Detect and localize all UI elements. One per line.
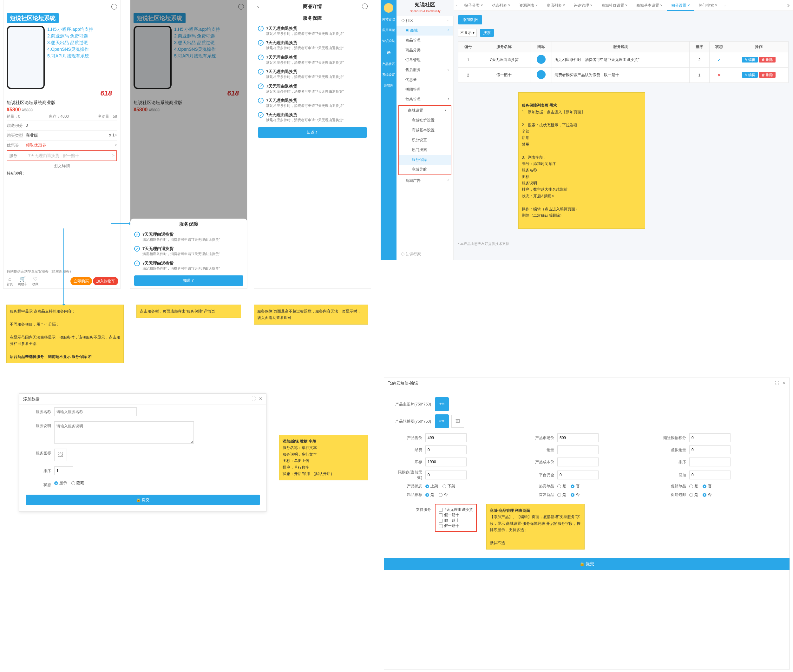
arrow-icon: [64, 229, 64, 305]
sidebar-secondary: ◇ 社区‹ ▣ 商城‹ 商品管理 商品分类 订单管理 售后服务‹ 优惠券 拼团管…: [396, 16, 454, 260]
nav-fav[interactable]: ♡收藏: [29, 276, 42, 286]
nav-cart[interactable]: 🛒购物车: [16, 276, 29, 286]
status-show-radio[interactable]: 显示: [54, 480, 67, 486]
maximize-icon[interactable]: ⛶: [775, 381, 779, 386]
close-all-icon[interactable]: ⊗: [783, 3, 793, 8]
virtual-sold-input[interactable]: [689, 445, 731, 454]
share-icon[interactable]: [362, 3, 368, 9]
service-icon: [537, 55, 545, 64]
market-price-input[interactable]: [557, 434, 598, 442]
add-cart-button[interactable]: 加入购物车: [93, 277, 118, 285]
x-icon: ✕: [718, 73, 721, 77]
admin-panel: 网站管理 应用商城 知识论坛 ⊕ 产品社区 系统设置 云管理 短说社区OpenS…: [381, 0, 793, 260]
know-button[interactable]: 知道了: [258, 127, 367, 138]
chevron-right-icon[interactable]: ›: [722, 3, 728, 8]
sort-input[interactable]: [689, 458, 731, 466]
support-checkbox[interactable]: [439, 508, 443, 512]
nav-mall-settings[interactable]: 商城设置‹: [399, 106, 451, 115]
status-hide-radio[interactable]: 隐藏: [71, 480, 84, 486]
banner-title: 短说社区论坛系统: [6, 13, 59, 23]
submit-button[interactable]: 🔒 提交: [384, 558, 790, 570]
header-tabs: ‹ 帖子分类 × 动态列表 × 资源列表 × 资讯列表 × 评论管理 × 商城社…: [454, 0, 793, 11]
status-filter[interactable]: 不显示 ▾: [458, 29, 477, 37]
phone-mockup: [6, 26, 45, 89]
nav-service-guarantee[interactable]: 服务保障: [399, 155, 451, 165]
sold-input[interactable]: [557, 445, 598, 454]
maximize-icon[interactable]: ⛶: [251, 396, 256, 402]
know-button[interactable]: 知道了: [134, 275, 243, 286]
nav-community[interactable]: ◇ 社区‹: [396, 16, 453, 26]
nav-mall[interactable]: ▣ 商城‹: [396, 26, 453, 35]
tab-detail[interactable]: 图文详情: [6, 163, 117, 169]
sheet-title: 服务保障: [130, 219, 247, 230]
row-type[interactable]: 购买类型商业版x 1>: [6, 131, 117, 141]
delete-button[interactable]: 🗑 删除: [759, 72, 775, 78]
note-editor: 商城-商品管理 列表页面 【添加产品】、【编辑】页面，底部新增"支持服务"字段，…: [486, 504, 585, 550]
table-row: 2 假一赔十 消费者购买该产品认为假货，以一赔十 1 ✕ ✎ 编辑 🗑 删除: [458, 67, 788, 83]
row-coupon[interactable]: 优惠券领取优惠券>: [6, 141, 117, 150]
edit-button[interactable]: ✎ 编辑: [742, 57, 758, 62]
sort-input[interactable]: [54, 466, 73, 475]
product-editor-dialog: 飞鸽云短信-编辑 — ⛶ ✕ 产品主图片(750*750)主图 产品轮播图(75…: [384, 378, 790, 669]
edit-button[interactable]: ✎ 编辑: [742, 72, 758, 78]
service-sheet: 服务保障 ✓7天无理由退换货满足相应条件时，消费者可申请"7天无理由退换货" ✓…: [130, 219, 247, 288]
page-title: ‹ 商品详情: [254, 0, 371, 13]
guarantee-item: ✓7天无理由退换货满足相应条件时，消费者可申请"7天无理由退换货": [130, 230, 247, 244]
add-data-button[interactable]: 添加数据: [458, 15, 482, 24]
chevron-right-icon: >: [115, 133, 117, 138]
product-name: 短说社区论坛系统商业版: [6, 100, 117, 106]
dialog-title: 飞鸽云短信-编辑: [388, 381, 418, 386]
post-fee-input[interactable]: [425, 445, 467, 454]
dialog-title: 添加数据: [23, 396, 40, 402]
tab[interactable]: 帖子分类 ×: [460, 0, 487, 11]
table-row: 1 7天无理由退换货 满足相应条件时，消费者可申请"7天无理由退换货" 2 ✓ …: [458, 52, 788, 67]
sidebar-primary: 网站管理 应用商城 知识论坛 ⊕ 产品社区 系统设置 云管理: [381, 0, 396, 260]
note-service-bar: 服务栏中显示 该商品支持的服务内容： 不同服务项目，用 " · " 分隔； 在显…: [6, 305, 124, 363]
arrow-icon: [111, 223, 130, 224]
note-dialog: 添加/编辑 数据 字段 服务名称：单行文本 服务说明：多行文本 图标：单图上传 …: [279, 435, 368, 480]
sale-price-input[interactable]: [425, 434, 467, 442]
check-icon: ✓: [718, 58, 721, 62]
note-full: 服务保障 页面最高不超过标题栏，服务内容无法一页显示时，该页面滑动查看即可: [254, 305, 368, 325]
service-name-input[interactable]: [54, 407, 137, 416]
avatar[interactable]: [384, 3, 393, 13]
minimize-icon[interactable]: —: [244, 396, 248, 402]
rebate-input[interactable]: [689, 470, 731, 479]
give-points-input[interactable]: [689, 434, 731, 442]
service-icon: [537, 70, 545, 79]
add-data-dialog: 添加数据 — ⛶ ✕ 服务名称 服务说明 服务图标🖼 排序 状态 显示 隐藏 🔒…: [19, 394, 267, 512]
side-item[interactable]: 网站管理: [381, 14, 396, 25]
support-service-box: 7天无理由退换货 假一赔十 假一赔十 假一赔十: [435, 504, 477, 532]
share-icon[interactable]: [111, 4, 117, 10]
close-icon[interactable]: ✕: [259, 396, 262, 402]
cost-input[interactable]: [557, 458, 598, 466]
row-service[interactable]: 服务7天无理由退换货 · 假一赔十>: [6, 150, 117, 161]
add-image-button[interactable]: 🖼: [451, 415, 464, 428]
footer-tip: • 本产品由想天友好提供技术支持: [458, 242, 788, 246]
special-note-label: 特别说明：: [6, 171, 117, 176]
ad-618: 618: [6, 89, 117, 98]
service-desc-textarea[interactable]: [54, 421, 194, 443]
back-icon[interactable]: ‹: [257, 3, 259, 9]
service-table: 编号 服务名称 图标 服务说明 排序 状态 操作 1 7天无理由退换货 满足相应…: [458, 41, 788, 83]
plus-icon[interactable]: ⊕: [381, 46, 396, 59]
brand: 短说社区OpenSNS & Community: [396, 0, 454, 16]
shield-icon: ✓: [134, 232, 140, 237]
limit-input[interactable]: [425, 470, 467, 479]
slide-image-upload[interactable]: 轮播: [435, 414, 449, 428]
status-on-radio[interactable]: 上架: [425, 483, 438, 489]
main-image-upload[interactable]: 主图: [435, 397, 449, 411]
commission-input[interactable]: [557, 470, 598, 479]
delete-button[interactable]: 🗑 删除: [759, 57, 775, 62]
search-button[interactable]: 搜索: [480, 29, 494, 37]
price: ¥5800: [6, 107, 21, 112]
chevron-left-icon[interactable]: ‹: [454, 3, 460, 8]
stock-input[interactable]: [425, 458, 467, 466]
close-icon[interactable]: ✕: [782, 381, 786, 386]
icon-upload[interactable]: 🖼: [54, 449, 67, 461]
note-sheet: 点击服务栏，页面底部弹出"服务保障"详情页: [136, 305, 241, 318]
nav-home[interactable]: ⌂首页: [3, 276, 16, 286]
submit-button[interactable]: 🔒 提交: [26, 494, 260, 505]
buy-now-button[interactable]: 立即购买: [70, 277, 92, 285]
minimize-icon[interactable]: —: [767, 381, 772, 386]
